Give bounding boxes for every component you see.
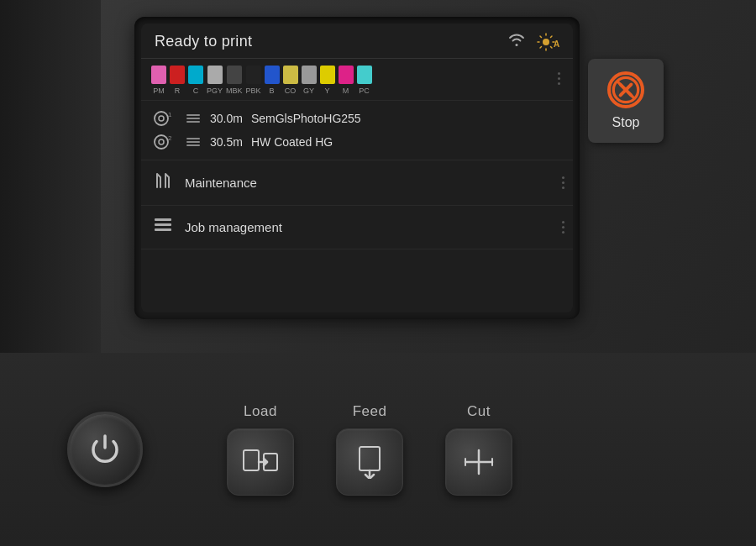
- screen-container: Ready to print: [134, 17, 580, 319]
- svg-line-5: [540, 36, 542, 38]
- stop-icon: [607, 71, 644, 108]
- svg-line-7: [551, 36, 553, 38]
- ink-bar-pgy: [207, 66, 223, 84]
- button-group: Load Feed: [227, 403, 512, 496]
- maintenance-label: Maintenance: [185, 176, 257, 190]
- ink-label-pbk: PBK: [246, 87, 261, 95]
- ink-bar-gy: [302, 66, 317, 84]
- svg-text:1: 1: [168, 111, 172, 118]
- dots-separator: [556, 72, 561, 95]
- ink-label-pc: PC: [359, 87, 370, 95]
- ink-bar-b: [265, 66, 280, 84]
- ink-bar-c: [188, 66, 203, 84]
- media-section: 1 30.0m SemGlsPhotoHG255: [141, 101, 573, 160]
- ink-label-c: C: [193, 87, 199, 95]
- ink-row: PM R C PGY MBK PBK B CO GY Y: [141, 59, 573, 101]
- cut-button-container: Cut: [445, 403, 512, 496]
- ink-label-r: R: [175, 87, 181, 95]
- svg-text:A: A: [554, 39, 559, 49]
- ink-bar-m: [339, 66, 354, 84]
- ink-item-pc: PC: [357, 66, 372, 95]
- job-management-icon: [153, 216, 173, 239]
- ink-bar-pm: [151, 66, 166, 84]
- ink-bar-mbk: [227, 66, 242, 84]
- ink-item-b: B: [265, 66, 280, 95]
- load-label: Load: [244, 403, 277, 420]
- ink-bar-pbk: [246, 66, 261, 84]
- svg-rect-31: [360, 447, 380, 470]
- svg-rect-23: [155, 223, 171, 226]
- menu-dots-1: [562, 176, 564, 189]
- ink-item-y: Y: [320, 66, 335, 95]
- cut-label: Cut: [467, 403, 491, 420]
- svg-line-26: [617, 81, 634, 98]
- printer-body: Ready to print: [0, 0, 756, 546]
- ink-label-pm: PM: [153, 87, 165, 95]
- ink-item-m: M: [339, 66, 354, 95]
- ink-label-y: Y: [325, 87, 330, 95]
- menu-dots-2: [562, 221, 564, 234]
- ink-label-mbk: MBK: [226, 87, 243, 95]
- media-row-2: 2 30.5m HW Coated HG: [153, 133, 561, 151]
- stop-label: Stop: [612, 115, 640, 130]
- ink-label-gy: GY: [303, 87, 314, 95]
- ink-label-m: M: [343, 87, 349, 95]
- roll-2-icon: 2: [153, 133, 178, 151]
- svg-point-13: [155, 135, 168, 149]
- ink-item-c: C: [188, 66, 203, 95]
- stop-button[interactable]: Stop: [588, 59, 664, 143]
- svg-point-11: [159, 116, 164, 121]
- ink-item-r: R: [170, 66, 185, 95]
- ink-label-co: CO: [285, 87, 297, 95]
- load-button[interactable]: [227, 428, 294, 496]
- ink-bar-pc: [357, 66, 372, 84]
- ink-bar-y: [320, 66, 335, 84]
- screen: Ready to print: [141, 24, 573, 312]
- ink-label-b: B: [270, 87, 275, 95]
- screen-header: Ready to print: [141, 24, 573, 59]
- ink-item-pgy: PGY: [207, 66, 223, 95]
- power-button[interactable]: [67, 412, 143, 487]
- maintenance-icon: [153, 171, 173, 195]
- svg-line-6: [551, 46, 553, 48]
- media-length-2: 30.5m: [210, 135, 243, 149]
- load-button-container: Load: [227, 403, 294, 496]
- media-name-2: HW Coated HG: [251, 135, 333, 149]
- lines-icon-2: [186, 138, 200, 146]
- job-management-label: Job management: [185, 220, 282, 234]
- lines-icon-1: [186, 114, 200, 123]
- media-length-1: 30.0m: [210, 112, 243, 125]
- roll-1-icon: 1: [153, 109, 178, 128]
- svg-point-14: [159, 139, 164, 144]
- svg-rect-28: [244, 450, 259, 470]
- header-icons: A: [507, 32, 559, 51]
- feed-button[interactable]: [336, 428, 403, 496]
- ink-item-pm: PM: [151, 66, 166, 95]
- feed-button-container: Feed: [336, 403, 403, 496]
- ink-bar-co: [283, 66, 298, 84]
- cut-button[interactable]: [445, 428, 512, 496]
- feed-label: Feed: [353, 403, 387, 420]
- svg-point-0: [543, 39, 549, 45]
- svg-line-8: [540, 46, 542, 48]
- maintenance-menu-item[interactable]: Maintenance: [141, 160, 573, 206]
- auto-brightness-icon: A: [536, 33, 559, 51]
- media-row-1: 1 30.0m SemGlsPhotoHG255: [153, 109, 561, 128]
- status-text: Ready to print: [155, 33, 252, 50]
- ink-bar-r: [170, 66, 185, 84]
- media-name-1: SemGlsPhotoHG255: [251, 112, 361, 125]
- ink-item-gy: GY: [302, 66, 317, 95]
- ink-item-pbk: PBK: [246, 66, 261, 95]
- ink-label-pgy: PGY: [207, 87, 223, 95]
- svg-point-10: [155, 112, 168, 125]
- bottom-section: Load Feed: [0, 353, 756, 546]
- job-management-menu-item[interactable]: Job management: [141, 206, 573, 249]
- svg-rect-22: [155, 218, 171, 221]
- wifi-icon: [507, 32, 526, 51]
- svg-text:2: 2: [168, 134, 172, 142]
- ink-item-mbk: MBK: [226, 66, 243, 95]
- svg-rect-24: [155, 228, 171, 231]
- ink-item-co: CO: [283, 66, 298, 95]
